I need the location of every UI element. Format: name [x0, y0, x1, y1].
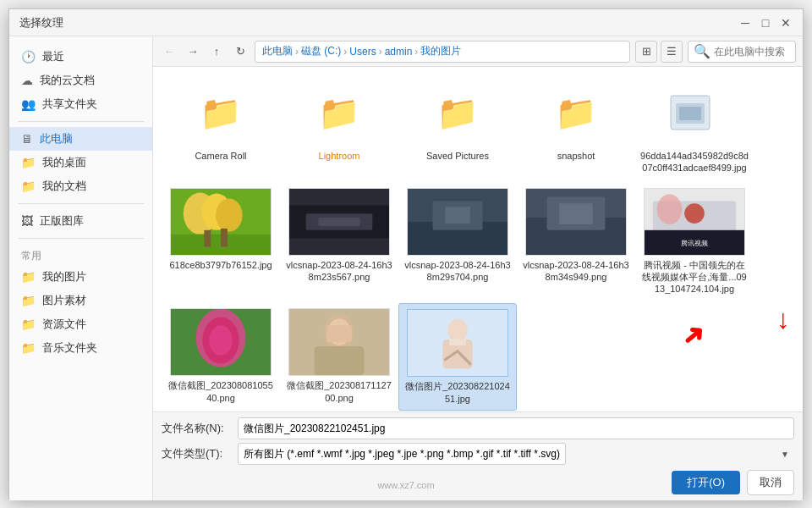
filetype-select[interactable]: 所有图片 (*.emf *.wmf *.jpg *.jpeg *.jpe *.p…	[238, 443, 566, 465]
sidebar-label-music: 音乐文件夹	[42, 340, 97, 356]
breadcrumb-pictures[interactable]: 我的图片	[420, 44, 461, 58]
svg-rect-8	[204, 229, 211, 246]
main-content: ← → ↑ ↻ 此电脑 › 磁盘 (C:) › Users › admin › …	[153, 36, 803, 500]
refresh-button[interactable]: ↻	[231, 42, 250, 61]
file-img6[interactable]: 微信截图_20230808105540.png	[162, 303, 280, 411]
sidebar-label-resources: 资源文件	[42, 317, 86, 332]
thumb-img3	[407, 188, 508, 256]
cloud-icon: ☁	[21, 74, 33, 87]
back-button[interactable]: ←	[160, 42, 178, 61]
file-img2[interactable]: vlcsnap-2023-08-24-16h38m23s567.png	[280, 183, 398, 301]
sidebar-section-common: 常用	[9, 244, 152, 265]
sidebar-item-desktop[interactable]: 📁 我的桌面	[9, 151, 152, 174]
breadcrumb-admin[interactable]: admin	[385, 46, 413, 58]
svg-point-27	[657, 194, 683, 224]
sidebar-item-music[interactable]: 📁 音乐文件夹	[9, 336, 152, 360]
title-bar: 选择纹理 ─ □ ✕	[9, 9, 803, 36]
sidebar-label-material: 图片素材	[42, 293, 86, 308]
forward-button[interactable]: →	[184, 42, 202, 61]
sidebar-item-this-pc[interactable]: 🖥 此电脑	[9, 127, 152, 151]
computer-icon: 🖥	[21, 132, 33, 146]
open-button[interactable]: 打开(O)	[672, 471, 740, 494]
sidebar-label-shared: 共享文件夹	[42, 97, 97, 112]
folder-saved-pictures[interactable]: 📁 Saved Pictures	[398, 74, 517, 179]
folder-thumb-snapshot: 📁	[525, 79, 627, 146]
sidebar-item-shared[interactable]: 👥 共享文件夹	[9, 92, 152, 116]
search-icon: 🔍	[694, 43, 710, 59]
file-img7[interactable]: 微信截图_20230817112700.png	[280, 303, 398, 411]
sidebar-item-cloud[interactable]: ☁ 我的云文档	[9, 69, 152, 92]
folder-thumb-long	[644, 79, 745, 146]
folder-thumb-saved-pictures: 📁	[407, 79, 508, 146]
sidebar-divider-1	[18, 121, 144, 122]
sidebar-item-pictures[interactable]: 📁 我的图片	[9, 265, 152, 289]
img5-name: 腾讯视频 - 中国领先的在线视频媒体平台,海量...0913_104724.10…	[640, 259, 749, 295]
address-bar: ← → ↑ ↻ 此电脑 › 磁盘 (C:) › Users › admin › …	[153, 36, 803, 67]
svg-rect-34	[315, 346, 365, 375]
thumb-img4	[525, 188, 627, 256]
img2-name: vlcsnap-2023-08-24-16h38m23s567.png	[285, 259, 393, 284]
cancel-button[interactable]: 取消	[747, 470, 794, 495]
search-box[interactable]: 🔍	[688, 41, 796, 63]
folder-name-camera-roll: Camera Roll	[195, 150, 246, 162]
svg-point-38	[447, 319, 468, 343]
filename-input[interactable]	[238, 417, 794, 439]
breadcrumb-this-pc[interactable]: 此电脑	[262, 44, 293, 58]
folder-icon-music: 📁	[21, 341, 36, 355]
sidebar-divider-2	[18, 203, 144, 204]
folder-icon-documents: 📁	[21, 179, 36, 193]
list-view-button[interactable]: ☰	[661, 41, 683, 63]
file-long[interactable]: 96dda144ad345982d9c8d07c0ff431adcaef8499…	[635, 74, 754, 179]
folder-camera-roll[interactable]: 📁 Camera Roll	[162, 74, 280, 179]
sidebar-item-documents[interactable]: 📁 我的文档	[9, 174, 152, 198]
sidebar-item-stock[interactable]: 🖼 正版图库	[9, 209, 152, 233]
folder-icon-lightroom: 📁	[318, 93, 360, 133]
file-img1[interactable]: 618ce8b3797b76152.jpg	[162, 183, 280, 301]
breadcrumb-drive[interactable]: 磁盘 (C:)	[301, 44, 341, 58]
sidebar-label-recent: 最近	[42, 49, 64, 64]
sidebar-item-recent[interactable]: 🕐 最近	[9, 45, 152, 69]
sidebar-label-pictures: 我的图片	[42, 269, 86, 284]
thumb-img6	[170, 308, 272, 376]
button-row: 打开(O) 取消	[162, 470, 794, 495]
breadcrumb-users[interactable]: Users	[349, 46, 376, 58]
sidebar-item-material[interactable]: 📁 图片素材	[9, 289, 152, 312]
file-img8[interactable]: 微信图片_20230822102451.jpg	[398, 303, 517, 411]
file-img4[interactable]: vlcsnap-2023-08-24-16h38m34s949.png	[517, 183, 635, 301]
search-input[interactable]	[714, 46, 790, 58]
svg-rect-13	[318, 218, 359, 226]
sidebar: 🕐 最近 ☁ 我的云文档 👥 共享文件夹 🖥 此电脑 📁 我的桌面 📁 我的文档…	[9, 36, 153, 500]
svg-point-24	[684, 203, 705, 224]
svg-rect-9	[221, 228, 228, 246]
thumb-img1	[170, 188, 272, 256]
shared-icon: 👥	[21, 97, 36, 111]
file-icon-long	[669, 91, 720, 134]
thumb-img2	[288, 188, 390, 256]
file-name-long: 96dda144ad345982d9c8d07c0ff431adcaef8499…	[640, 150, 749, 174]
svg-point-31	[209, 326, 233, 356]
sidebar-label-desktop: 我的桌面	[42, 155, 86, 170]
breadcrumb[interactable]: 此电脑 › 磁盘 (C:) › Users › admin › 我的图片	[255, 41, 630, 63]
up-button[interactable]: ↑	[207, 42, 226, 61]
img4-preview	[526, 188, 626, 256]
chevron-down-icon: ▼	[781, 450, 789, 459]
close-button[interactable]: ✕	[779, 16, 793, 30]
arrow-indicator-1: ➜	[674, 316, 712, 355]
folder-snapshot[interactable]: 📁 snapshot	[517, 74, 635, 179]
filename-row: 文件名称(N):	[162, 417, 794, 439]
view-toggle-button[interactable]: ⊞	[635, 41, 657, 63]
file-img5[interactable]: 腾讯视频 腾讯视频 - 中国领先的在线视频媒体平台,海量...0913_1047…	[635, 183, 754, 301]
svg-text:腾讯视频: 腾讯视频	[681, 239, 708, 246]
svg-rect-21	[559, 203, 592, 224]
folder-icon-desktop: 📁	[21, 156, 36, 169]
folder-name-snapshot: snapshot	[557, 150, 595, 162]
toolbar-right: ⊞ ☰	[635, 41, 683, 63]
folder-lightroom[interactable]: 📁 Lightroom	[280, 74, 398, 179]
img3-preview	[408, 188, 508, 256]
maximize-button[interactable]: □	[759, 16, 772, 30]
minimize-button[interactable]: ─	[738, 16, 752, 30]
img1-preview	[171, 188, 271, 256]
file-img3[interactable]: vlcsnap-2023-08-24-16h38m29s704.png	[398, 183, 517, 301]
filetype-label: 文件类型(T):	[162, 446, 238, 461]
sidebar-item-resources[interactable]: 📁 资源文件	[9, 312, 152, 336]
